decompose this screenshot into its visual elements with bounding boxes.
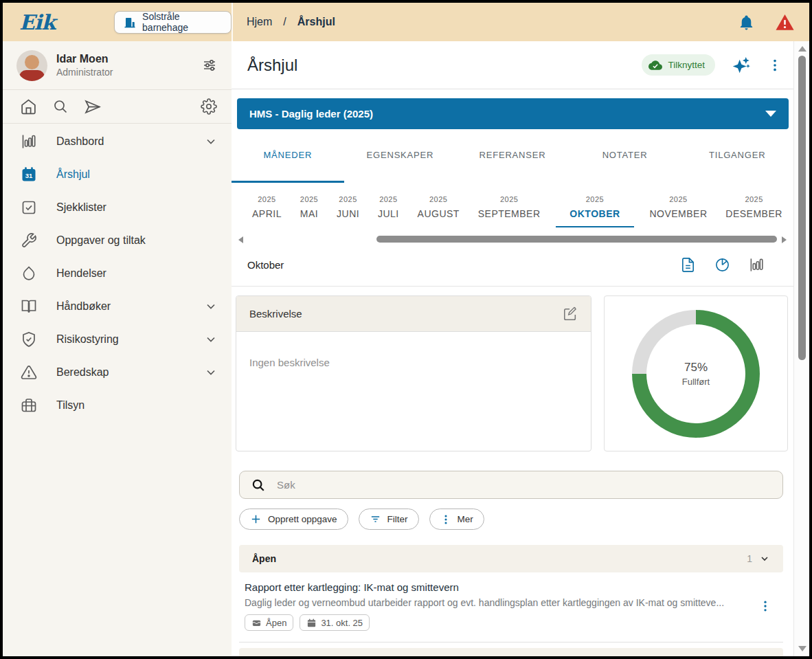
warning-triangle-icon[interactable]: [776, 14, 794, 31]
scroll-left-arrow-icon[interactable]: [238, 236, 243, 243]
sidebar-item-oppgaver[interactable]: Oppgaver og tiltak: [3, 224, 232, 257]
filter-button[interactable]: Filter: [359, 509, 419, 530]
sidebar-item-dashbord[interactable]: Dashbord: [3, 125, 232, 158]
chevron-down-icon[interactable]: [204, 333, 218, 346]
sparkles-icon[interactable]: [732, 56, 751, 75]
tab-maneder[interactable]: MÅNEDER: [232, 129, 344, 183]
search-icon[interactable]: [52, 98, 69, 115]
tab-tilganger[interactable]: TILGANGER: [681, 129, 793, 183]
plus-icon: [250, 513, 262, 525]
progress-donut: 75% Fullført: [632, 310, 760, 438]
status-badge[interactable]: Tilknyttet: [642, 54, 715, 76]
task-menu[interactable]: [750, 581, 780, 631]
bar-chart-icon[interactable]: [749, 257, 765, 273]
tune-sliders-icon[interactable]: [201, 57, 218, 74]
month-name: SEPTEMBER: [478, 208, 541, 219]
chevron-down-icon[interactable]: [759, 553, 770, 564]
month-april[interactable]: 2025APRIL: [249, 189, 284, 227]
chevron-down-icon[interactable]: [204, 135, 218, 148]
topbar-separator: [232, 3, 233, 41]
task-group-header[interactable]: Åpen 1: [239, 545, 783, 572]
topbar: Eik Solstråle barnehage Hjem / Årshjul: [3, 3, 809, 41]
home-icon[interactable]: [20, 98, 37, 115]
vertical-scrollbar[interactable]: [793, 41, 809, 656]
month-section-title: Oktober: [247, 259, 284, 271]
create-task-button[interactable]: Opprett oppgave: [239, 509, 348, 530]
send-icon[interactable]: [84, 98, 101, 115]
sidebar-item-beredskap[interactable]: Beredskap: [3, 356, 232, 389]
sidebar-item-risikostyring[interactable]: Risikostyring: [3, 323, 232, 356]
document-icon[interactable]: [680, 257, 696, 273]
notification-bell-icon[interactable]: [738, 14, 755, 31]
page-title: Årshjul: [247, 56, 297, 75]
scroll-down-arrow-icon[interactable]: [798, 646, 807, 651]
month-september[interactable]: 2025SEPTEMBER: [475, 189, 543, 227]
book-icon: [21, 298, 37, 315]
dropdown-caret-icon: [765, 111, 776, 117]
scroll-right-arrow-icon[interactable]: [782, 236, 787, 243]
user-role: Administrator: [56, 67, 113, 78]
month-year: 2025: [586, 195, 604, 203]
task-due-pill: 31. okt. 25: [300, 614, 370, 631]
more-button[interactable]: Mer: [429, 509, 484, 530]
month-oktober[interactable]: 2025OKTOBER: [556, 189, 633, 227]
sidebar-item-tilsyn[interactable]: Tilsyn: [3, 389, 232, 422]
settings-gear-icon[interactable]: [201, 98, 217, 115]
droplet-icon: [21, 265, 37, 282]
task-title: Rapport etter kartlegging: IK-mat og smi…: [245, 581, 750, 593]
building-icon: [124, 16, 136, 28]
horizontal-scrollbar-thumb[interactable]: [376, 236, 777, 243]
month-cards: Beskrivelse Ingen beskrivelse 75% Fullfø…: [236, 295, 788, 451]
month-name: OKTOBER: [569, 208, 620, 219]
month-name: JUNI: [337, 208, 359, 219]
month-juli[interactable]: 2025JULI: [375, 189, 402, 227]
month-juni[interactable]: 2025JUNI: [334, 189, 362, 227]
tab-egenskaper[interactable]: EGENSKAPER: [344, 129, 457, 183]
sidebar-item-handboker[interactable]: Håndbøker: [3, 290, 232, 323]
app-window: Eik Solstråle barnehage Hjem / Årshjul: [3, 3, 809, 656]
create-task-label: Opprett oppgave: [268, 514, 337, 524]
vertical-scrollbar-thumb[interactable]: [798, 56, 806, 360]
month-desember[interactable]: 2025DESEMBER: [723, 189, 785, 227]
next-group-header-partial[interactable]: [239, 648, 783, 656]
wrench-icon: [21, 232, 37, 249]
chevron-down-icon[interactable]: [204, 366, 218, 379]
search-icon: [251, 478, 266, 493]
month-november[interactable]: 2025NOVEMBER: [646, 189, 710, 227]
month-year: 2025: [258, 195, 275, 203]
task-badges: Åpen 31. okt. 25: [245, 614, 750, 631]
pie-chart-icon[interactable]: [714, 257, 730, 273]
month-mai[interactable]: 2025MAI: [297, 189, 321, 227]
breadcrumb-home[interactable]: Hjem: [247, 16, 272, 28]
alert-triangle-icon: [21, 364, 37, 381]
edit-icon[interactable]: [563, 306, 578, 322]
tab-referanser[interactable]: REFERANSER: [456, 129, 569, 183]
sidebar-item-hendelser[interactable]: Hendelser: [3, 257, 232, 290]
search-input[interactable]: [277, 479, 771, 491]
briefcase-icon: [21, 397, 37, 414]
wheel-selector[interactable]: HMS - Daglig leder (2025): [237, 98, 789, 129]
sidebar-item-arshjul[interactable]: 31 Årshjul: [3, 158, 232, 191]
sidebar-item-sjekklister[interactable]: Sjekklister: [3, 191, 232, 224]
svg-text:31: 31: [25, 172, 33, 179]
tab-notater[interactable]: NOTATER: [569, 129, 681, 183]
sidebar-item-label: Risikostyring: [56, 333, 119, 346]
more-vertical-icon[interactable]: [767, 58, 782, 73]
user-row[interactable]: Idar Moen Administrator: [3, 41, 232, 90]
task-group-right: 1: [747, 553, 770, 564]
calendar-icon: [306, 618, 317, 628]
calendar-31-icon: 31: [21, 166, 37, 183]
month-section-header: Oktober: [232, 244, 793, 287]
chevron-down-icon[interactable]: [204, 300, 218, 313]
month-august[interactable]: 2025AUGUST: [415, 189, 462, 227]
filter-icon: [370, 513, 381, 525]
sidebar-item-label: Årshjul: [56, 168, 90, 181]
eik-logo[interactable]: Eik: [19, 10, 55, 34]
sidebar: Idar Moen Administrator: [3, 41, 232, 656]
horizontal-scrollbar[interactable]: [236, 235, 789, 244]
organization-button[interactable]: Solstråle barnehage: [114, 11, 232, 34]
main-content: Årshjul Tilknyttet: [232, 41, 793, 656]
task-row[interactable]: Rapport etter kartlegging: IK-mat og smi…: [239, 572, 783, 639]
month-year: 2025: [745, 195, 763, 203]
scroll-up-arrow-icon[interactable]: [798, 46, 807, 52]
